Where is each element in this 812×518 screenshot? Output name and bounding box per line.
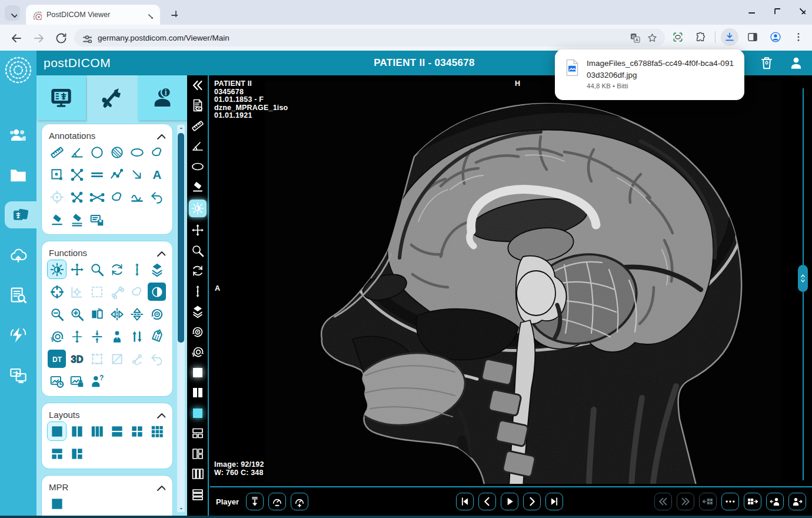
text-tool[interactable]: A (148, 165, 166, 184)
reset-image[interactable] (148, 350, 166, 368)
previous-series-layout[interactable] (699, 493, 717, 510)
arrow-tool[interactable] (128, 165, 146, 184)
layout-1x1[interactable] (48, 422, 66, 440)
rotate-reset[interactable] (48, 327, 66, 346)
layout-1x1[interactable] (190, 365, 205, 380)
length-tool[interactable] (190, 118, 205, 133)
side-panel[interactable] (744, 28, 761, 46)
header-account[interactable] (788, 55, 804, 71)
anonymize-patient[interactable]: ? (88, 372, 106, 390)
download-popup[interactable]: ImageFiles_c6788fa5-cc49-4f0f-bca4-09103… (555, 49, 744, 100)
open-angle-tool[interactable] (68, 188, 86, 206)
speed-up[interactable] (291, 493, 308, 510)
rotate-reset[interactable] (190, 345, 205, 360)
download-filename[interactable]: ImageFiles_c6788fa5-cc49-4f0f-bca4-09103… (587, 58, 735, 81)
layout-2x2[interactable] (128, 422, 146, 440)
site-info-icon[interactable] (81, 32, 92, 43)
play[interactable] (501, 493, 518, 510)
collapse-panel[interactable] (190, 78, 205, 92)
downloads[interactable] (721, 28, 738, 46)
pan-tool[interactable] (190, 223, 205, 238)
three-d-mode[interactable]: 3D (68, 350, 86, 368)
play-direction[interactable] (246, 493, 264, 510)
layout-1-top-2-bottom[interactable] (190, 426, 205, 441)
next-patient[interactable] (788, 493, 806, 510)
omnibox[interactable]: germany.postdicom.com/Viewer/Main GA (74, 29, 665, 47)
image-history[interactable] (48, 372, 66, 390)
length-tool[interactable] (48, 143, 66, 161)
flip-vertical[interactable] (128, 305, 146, 323)
angle-tool[interactable] (68, 143, 86, 161)
select-region[interactable] (88, 350, 106, 368)
pan-tool[interactable] (68, 260, 86, 278)
stack-scroll-tool[interactable] (148, 260, 166, 278)
erase-annotation[interactable] (48, 210, 66, 228)
cobb-angle-tool[interactable] (88, 188, 106, 206)
layout-1x3[interactable] (88, 422, 106, 440)
layout-rows[interactable] (190, 487, 205, 502)
undo-annotation[interactable] (148, 188, 166, 206)
zoom-in[interactable] (68, 305, 86, 323)
image-viewport[interactable]: PATIENT II 0345678 01.01.1853 - F dzne_M… (210, 75, 812, 487)
layout-3x3[interactable] (148, 422, 166, 440)
layout-1x3[interactable] (190, 467, 205, 482)
panel-scrollbar[interactable] (177, 125, 185, 512)
url-text[interactable]: germany.postdicom.com/Viewer/Main (98, 34, 624, 42)
collapse-annotations[interactable] (155, 130, 165, 141)
first-image[interactable] (456, 493, 474, 510)
cross-tool[interactable] (68, 165, 86, 184)
tab-tools[interactable] (87, 75, 137, 120)
first-series[interactable] (654, 493, 672, 510)
clear-region[interactable] (108, 350, 126, 368)
lock-image[interactable] (68, 372, 86, 390)
actual-size[interactable] (88, 327, 106, 346)
scroll-down-arrow[interactable] (177, 505, 185, 512)
scrollbar-thumb[interactable] (178, 133, 184, 343)
circle-tool[interactable] (88, 143, 106, 161)
more-series[interactable] (721, 493, 739, 510)
freehand-wl[interactable] (128, 283, 146, 301)
next-series-layout[interactable] (744, 493, 761, 510)
spline-tool[interactable] (128, 188, 146, 206)
scroll-up-arrow[interactable] (177, 125, 185, 132)
window-level[interactable] (189, 200, 207, 217)
parallel-lines-tool[interactable] (88, 165, 106, 184)
header-trash[interactable] (759, 55, 774, 71)
rotate-tool[interactable] (108, 260, 126, 278)
bookmark-star[interactable] (647, 32, 658, 44)
patient-orientation[interactable] (108, 327, 126, 346)
rotate-clockwise[interactable] (190, 324, 205, 339)
close-window-button[interactable] (796, 5, 806, 15)
previous-image[interactable] (478, 493, 496, 510)
screen-capture[interactable] (669, 28, 687, 46)
layout-1x2[interactable] (190, 386, 205, 400)
minimize-button[interactable] (746, 5, 756, 15)
nav-images[interactable] (5, 201, 36, 228)
layout-2x1[interactable] (108, 422, 126, 440)
last-series[interactable] (677, 493, 694, 510)
ellipse-tool[interactable] (190, 159, 205, 174)
active-cell[interactable] (190, 406, 205, 420)
polyline-tool[interactable] (108, 165, 126, 184)
histogram-wl[interactable] (68, 283, 86, 301)
collapse-layouts[interactable] (155, 409, 165, 420)
series-report[interactable] (190, 98, 205, 113)
region-wl[interactable] (88, 283, 106, 301)
scroll-tool[interactable] (190, 284, 205, 298)
ellipse-tool[interactable] (128, 143, 146, 161)
sort-order[interactable] (128, 327, 146, 346)
erase-tool[interactable] (190, 180, 205, 194)
layout-1-top-2-bottom[interactable] (48, 444, 66, 463)
zoom-tool[interactable] (190, 243, 205, 258)
invert-image[interactable] (148, 283, 166, 301)
browser-tab[interactable]: PostDICOM Viewer (26, 5, 160, 25)
nav-remote-view[interactable] (0, 361, 36, 388)
new-tab-button[interactable] (167, 6, 179, 19)
back-button[interactable] (9, 31, 22, 44)
collapse-mpr[interactable] (155, 482, 165, 492)
nav-worklist[interactable] (0, 281, 36, 308)
fit-height[interactable] (68, 327, 86, 346)
collapse-functions[interactable] (155, 247, 165, 258)
stack-scroll-tool[interactable] (190, 304, 205, 319)
rectangle-tool[interactable] (48, 165, 66, 184)
